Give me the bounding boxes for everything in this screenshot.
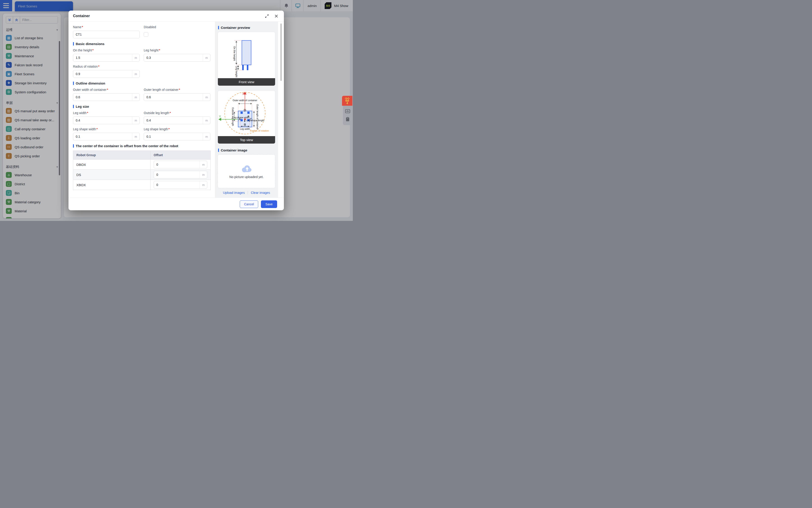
leg-shape-length-dim-label: Leg shape length [246,119,264,122]
leg-width-label: Leg width [73,111,140,115]
y-axis-label: Y [219,115,221,118]
leg-height-input[interactable] [144,54,203,61]
clipboard-icon [346,117,350,122]
modal-scrollbar-track[interactable] [278,22,284,198]
outside-leg-length-label: Outside leg length [144,111,211,115]
fullscreen-button[interactable] [264,13,270,19]
alerts-button[interactable]: 4 [342,96,352,106]
top-view-diagram: Outer width of container Outer length of… [218,91,275,136]
save-button[interactable]: Save [261,200,277,208]
expand-icon [265,14,269,18]
offset-header: Offset [150,151,211,160]
leg-shape-length-label: Leg shape length [144,127,211,131]
leg-shape-length-input[interactable] [144,133,203,140]
container-dialog: Container Name [69,11,284,210]
on-the-height-input[interactable] [73,54,132,61]
table-row: XBOX m [73,180,211,190]
unit-suffix: m [203,117,210,124]
table-row: DBOX m [73,160,211,170]
leg-width-dim-label: Leg width [240,128,250,130]
offset-table: Robot Group Offset DBOX m DS [73,151,211,190]
clear-images-link[interactable]: Clear images [251,191,270,195]
unit-suffix: m [203,133,210,140]
side-tools-panel [343,106,352,125]
leg-shape-width-label: Leg shape width [73,127,140,131]
container-image-title: Container image [218,148,275,152]
on-the-height-label: On the height [73,48,140,52]
outer-width-input[interactable] [73,93,132,101]
cancel-button[interactable]: Cancel [240,200,258,208]
section-offset: The center of the container is offset fr… [73,144,211,148]
on-the-height-dim-label: On the height [233,46,236,60]
table-row: DS m [73,170,211,180]
unit-suffix: m [199,181,207,188]
image-upload-dropzone[interactable]: No picture uploaded yet. [218,155,275,188]
dialog-header: Container [69,11,284,22]
name-label: Name [73,25,140,29]
unit-suffix: m [132,93,139,101]
close-button[interactable] [273,13,279,19]
top-view-card: Outer width of container Outer length of… [218,90,275,144]
unit-suffix: m [132,117,139,124]
siren-alarm-icon [344,97,350,102]
outer-length-input[interactable] [144,93,203,101]
container-preview-title: Container preview [218,26,275,30]
outer-length-label: Outer length of container [144,88,211,91]
unit-suffix: m [203,54,210,61]
leg-shape-width-input[interactable] [73,133,132,140]
section-leg-size: Leg size [73,104,211,109]
radius-of-rotation-input[interactable] [73,70,132,78]
unit-suffix: m [132,70,139,78]
upload-images-link[interactable]: Upload images [223,191,245,195]
screen: Fleet Scenes admin M4 M4 Show [0,0,353,221]
unit-suffix: m [199,171,207,178]
robot-group-cell: DBOX [73,160,150,170]
robot-group-cell: XBOX [73,180,150,190]
top-view-caption: Top view [218,136,275,143]
point-a-label: A [239,117,241,121]
x-axis-label: X [242,92,244,95]
unit-suffix: m [203,93,210,101]
dialog-footer: Cancel Save [69,198,284,210]
unit-suffix: m [132,133,139,140]
radius-of-rotation-label: Radius of rotation [73,65,140,68]
leg-width-input[interactable] [73,117,132,124]
xbox-offset-input[interactable] [154,181,199,188]
robot-group-header: Robot Group [73,151,150,160]
front-view-card: On the height Leg height Front view [218,32,275,86]
alert-count-badge: 4 [347,102,348,104]
point-b-label: B [244,123,246,126]
no-picture-text: No picture uploaded yet. [229,175,264,179]
links-divider [247,191,248,195]
unit-suffix: m [199,161,207,168]
front-view-diagram: On the height Leg height [218,32,275,78]
unit-suffix: m [132,54,139,61]
radius-of-rotation-label: Radius of rotation [250,129,269,132]
dbox-offset-input[interactable] [154,161,199,168]
leg-height-dim-label: Leg height [235,66,238,77]
table-header-row: Robot Group Offset [73,151,211,160]
section-basic-dimensions: Basic dimensions [73,42,211,46]
outer-length-dim-label: Outer length of container [256,104,259,130]
point-d-label: D [244,109,246,112]
close-icon [275,14,278,18]
robot-group-cell: DS [73,170,150,180]
leg-shape-width-dim-label: Leg shape width [232,116,250,119]
outside-leg-length-input[interactable] [144,117,203,124]
outer-width-label: Outer width of container [73,88,140,91]
front-view-caption: Front view [218,78,275,86]
preview-panel: Container preview [215,22,278,198]
dialog-title: Container [73,14,261,18]
task-list-button[interactable] [346,117,350,122]
ds-offset-input[interactable] [154,171,199,178]
monitor-status-button[interactable] [345,109,350,114]
container-form: Name Disabled Basic dimensions On the he… [69,22,215,198]
leg-height-label: Leg height [144,48,211,52]
cloud-upload-icon [240,164,253,173]
outer-width-dim-label: Outer width of container [233,99,257,102]
section-outline-dimension: Outline dimension [73,81,211,85]
disabled-checkbox[interactable] [144,32,148,37]
pulse-monitor-icon [345,109,350,114]
modal-scrollbar-thumb[interactable] [280,24,282,81]
name-input[interactable] [73,31,139,38]
